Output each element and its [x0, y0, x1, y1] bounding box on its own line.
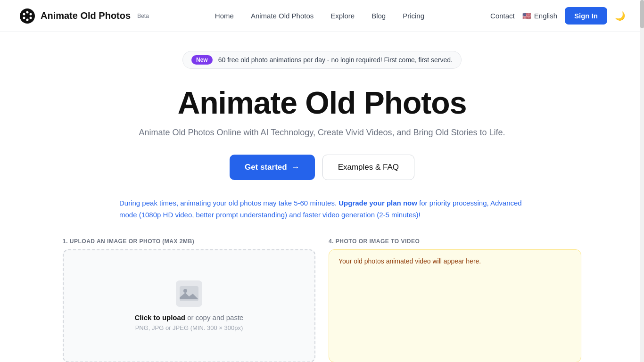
get-started-label: Get started: [245, 163, 287, 172]
examples-faq-button[interactable]: Examples & FAQ: [322, 155, 414, 180]
upload-click-text: Click to upload or copy and paste: [135, 313, 244, 321]
nav-explore[interactable]: Explore: [330, 12, 355, 20]
svg-point-6: [23, 13, 25, 15]
svg-point-2: [30, 13, 32, 15]
svg-point-5: [23, 16, 25, 19]
nav-home[interactable]: Home: [215, 12, 234, 20]
video-label: 4. PHOTO OR IMAGE TO VIDEO: [329, 238, 581, 245]
scrollbar-thumb[interactable]: [640, 0, 644, 28]
nav-pricing[interactable]: Pricing: [403, 12, 424, 20]
moon-icon: 🌙: [615, 11, 625, 21]
cta-row: Get started → Examples & FAQ: [230, 155, 414, 180]
get-started-button[interactable]: Get started →: [230, 155, 315, 180]
svg-point-9: [183, 289, 187, 293]
hero-title: Animate Old Photos: [139, 86, 505, 120]
upgrade-link[interactable]: Upgrade your plan now: [339, 199, 417, 207]
language-label: English: [534, 12, 557, 20]
video-column: 4. PHOTO OR IMAGE TO VIDEO Your old phot…: [329, 238, 581, 362]
image-placeholder-icon: [176, 280, 202, 307]
main-content: New 60 free old photo animations per day…: [0, 32, 644, 362]
header: Animate Old Photos Beta Home Animate Old…: [0, 0, 644, 32]
logo-icon: [19, 8, 36, 25]
upload-click-strong: Click to upload: [135, 313, 186, 321]
hero-section: Animate Old Photos Animate Old Photos On…: [139, 86, 505, 138]
banner-text: 60 free old photo animations per day - n…: [218, 56, 453, 64]
new-badge: New: [191, 55, 213, 65]
upload-label: 1. UPLOAD AN IMAGE OR PHOTO (MAX 2MB): [63, 238, 315, 245]
nav-animate[interactable]: Animate Old Photos: [251, 12, 314, 20]
video-output-box: Your old photos animated video will appe…: [329, 249, 581, 362]
hero-subtitle: Animate Old Photos Online with AI Techno…: [139, 128, 505, 138]
notice-part1: During peak times, animating your old ph…: [119, 199, 339, 207]
notice-section: During peak times, animating your old ph…: [119, 197, 525, 221]
promo-banner: New 60 free old photo animations per day…: [182, 51, 462, 69]
language-selector[interactable]: 🇺🇸 English: [522, 12, 557, 20]
arrow-icon: →: [292, 163, 300, 172]
upload-dropzone[interactable]: Click to upload or copy and paste PNG, J…: [63, 249, 315, 362]
sign-in-button[interactable]: Sign In: [565, 7, 607, 25]
upload-column: 1. UPLOAD AN IMAGE OR PHOTO (MAX 2MB) Cl…: [63, 238, 315, 362]
logo-area: Animate Old Photos Beta: [19, 8, 149, 25]
svg-point-3: [30, 16, 32, 19]
nav-blog[interactable]: Blog: [372, 12, 386, 20]
svg-point-4: [26, 18, 29, 21]
upload-section: 1. UPLOAD AN IMAGE OR PHOTO (MAX 2MB) Cl…: [63, 238, 581, 362]
beta-badge: Beta: [137, 13, 149, 19]
svg-point-0: [20, 8, 35, 24]
upload-hint: PNG, JPG or JPEG (MIN. 300 × 300px): [135, 324, 243, 331]
svg-point-1: [26, 11, 29, 13]
upload-or-text: or copy and paste: [185, 313, 243, 321]
header-right: Contact 🇺🇸 English Sign In 🌙: [490, 7, 625, 25]
contact-link[interactable]: Contact: [490, 12, 515, 20]
flag-icon: 🇺🇸: [522, 12, 531, 20]
video-placeholder-text: Your old photos animated video will appe…: [339, 257, 571, 265]
dark-mode-toggle[interactable]: 🌙: [615, 11, 625, 21]
main-nav: Home Animate Old Photos Explore Blog Pri…: [215, 12, 424, 20]
scrollbar[interactable]: [640, 0, 644, 362]
logo-title: Animate Old Photos: [41, 10, 131, 21]
